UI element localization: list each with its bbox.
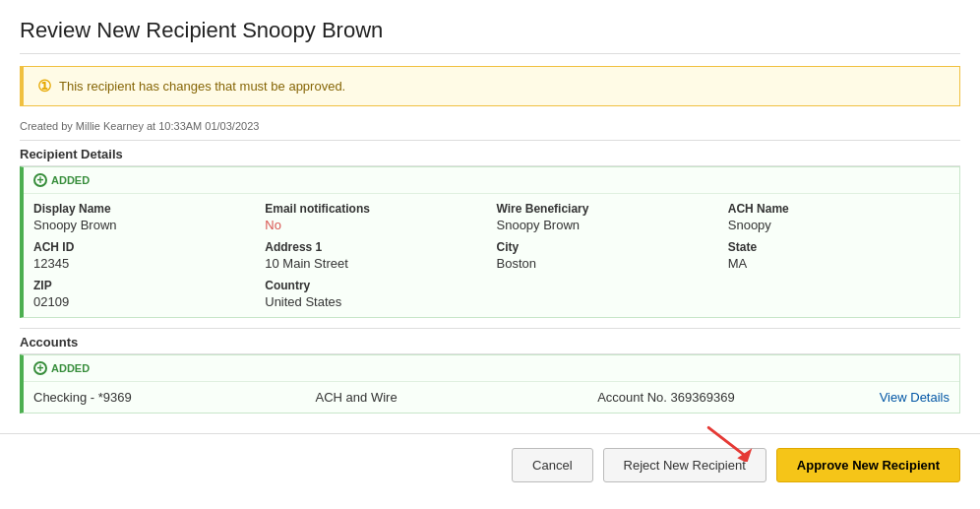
field-value-city: Boston [497, 256, 718, 271]
field-value-ach-id: 12345 [33, 256, 255, 271]
field-label-display-name: Display Name [33, 202, 255, 216]
field-city: City Boston [497, 240, 718, 271]
cancel-button[interactable]: Cancel [512, 448, 592, 482]
accounts-plus-circle-icon: + [33, 361, 47, 375]
field-label-ach-id: ACH ID [33, 240, 255, 254]
plus-circle-icon: + [33, 173, 47, 187]
field-value-zip: 02109 [33, 294, 255, 309]
page-title: Review New Recipient Snoopy Brown [20, 18, 960, 54]
field-email-notifications: Email notifications No [265, 202, 486, 232]
field-value-address1: 10 Main Street [265, 256, 486, 271]
footer-bar: Cancel Reject New Recipient Approve New … [0, 433, 980, 492]
field-value-state: MA [728, 256, 949, 271]
field-state: State MA [728, 240, 949, 271]
added-badge: + ADDED [33, 173, 90, 187]
field-label-state: State [728, 240, 949, 254]
field-wire-beneficiary: Wire Beneficiary Snoopy Brown [497, 202, 718, 232]
alert-box: ① This recipient has changes that must b… [20, 66, 960, 106]
approve-button[interactable]: Approve New Recipient [776, 448, 960, 482]
account-row: Checking - *9369 ACH and Wire Account No… [24, 382, 959, 413]
added-section: + ADDED Display Name Snoopy Brown Email … [20, 166, 960, 318]
accounts-header: Accounts [20, 328, 960, 354]
warning-icon: ① [37, 77, 51, 95]
meta-info: Created by Millie Kearney at 10:33AM 01/… [20, 116, 960, 136]
arrow-indicator [704, 422, 754, 465]
field-label-country: Country [265, 279, 486, 292]
arrow-svg [704, 422, 754, 462]
field-value-ach-name: Snoopy [728, 218, 949, 232]
field-value-wire: Snoopy Brown [497, 218, 718, 232]
field-country: Country United States [265, 279, 486, 309]
fields-grid: Display Name Snoopy Brown Email notifica… [24, 194, 959, 317]
accounts-added-badge: + ADDED [33, 361, 90, 375]
accounts-added-badge-row: + ADDED [24, 355, 959, 382]
field-value-country: United States [265, 294, 486, 309]
field-zip: ZIP 02109 [33, 279, 255, 309]
alert-message: This recipient has changes that must be … [59, 79, 345, 94]
field-ach-id: ACH ID 12345 [33, 240, 255, 271]
view-details-link[interactable]: View Details [880, 390, 949, 405]
account-number: Account No. 369369369 [597, 390, 870, 405]
field-label-ach-name: ACH Name [728, 202, 949, 216]
account-type: Checking - *9369 [33, 390, 306, 405]
payment-type: ACH and Wire [316, 390, 588, 405]
recipient-details-header: Recipient Details [20, 140, 960, 166]
svg-line-0 [708, 427, 744, 455]
field-label-zip: ZIP [33, 279, 255, 292]
field-display-name: Display Name Snoopy Brown [33, 202, 255, 232]
field-address1: Address 1 10 Main Street [265, 240, 486, 271]
field-value-email: No [265, 218, 486, 232]
field-label-address1: Address 1 [265, 240, 486, 254]
accounts-added-section: + ADDED Checking - *9369 ACH and Wire Ac… [20, 354, 960, 414]
field-ach-name: ACH Name Snoopy [728, 202, 949, 232]
field-value-display-name: Snoopy Brown [33, 218, 255, 232]
field-label-wire: Wire Beneficiary [497, 202, 718, 216]
page-container: Review New Recipient Snoopy Brown ① This… [0, 0, 980, 433]
field-label-email: Email notifications [265, 202, 486, 216]
field-label-city: City [497, 240, 718, 254]
added-badge-row: + ADDED [24, 167, 959, 194]
